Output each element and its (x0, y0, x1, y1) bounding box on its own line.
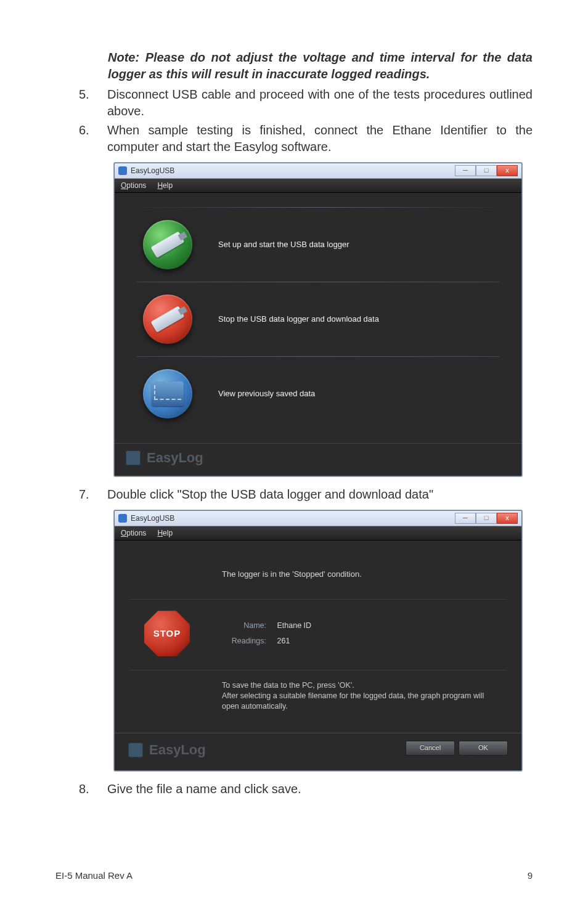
step-number: 6. (79, 122, 107, 155)
readings-label: Readings: (221, 636, 266, 646)
minimize-button[interactable]: ─ (455, 513, 476, 524)
step-7: 7. Double click "Stop the USB data logge… (79, 486, 533, 503)
instruction-list-3: 8. Give the file a name and click save. (79, 781, 533, 797)
step-8: 8. Give the file a name and click save. (79, 781, 533, 797)
main-content: Set up and start the USB data logger Sto… (115, 193, 521, 443)
titlebar: EasyLogUSB ─ □ x (115, 163, 521, 179)
step-text: When sample testing is finished, connect… (107, 122, 533, 155)
step-6: 6. When sample testing is finished, conn… (79, 122, 533, 155)
start-logger-icon (143, 220, 192, 269)
step-number: 8. (79, 781, 107, 797)
stop-sign: STOP (144, 611, 190, 656)
menubar: Options Help (115, 526, 521, 540)
close-button[interactable]: x (497, 165, 518, 176)
logo-icon (126, 450, 141, 465)
view-data-icon (143, 369, 192, 418)
logo-icon (128, 743, 143, 757)
instruction-list-2: 7. Double click "Stop the USB data logge… (79, 486, 533, 503)
menu-options[interactable]: Options (121, 181, 146, 190)
readings-value: 261 (277, 637, 290, 645)
name-label: Name: (221, 621, 266, 631)
screenshot-easylog-stop: EasyLogUSB ─ □ x Options Help The logger… (114, 510, 522, 771)
titlebar: EasyLogUSB ─ □ x (115, 511, 521, 526)
save-instructions: To save the data to the PC, press 'OK'. … (129, 671, 507, 733)
menu-help[interactable]: Help (157, 181, 173, 190)
step-text: Give the file a name and click save. (107, 781, 533, 797)
dialog-footer: EasyLog Cancel OK (115, 733, 521, 770)
page-footer: EI-5 Manual Rev A 9 (55, 870, 533, 882)
row-label: Set up and start the USB data logger (218, 239, 349, 250)
stop-logger-icon (143, 295, 192, 344)
app-icon (118, 514, 127, 523)
logo-text: EasyLog (147, 449, 203, 467)
logo-text: EasyLog (149, 741, 206, 759)
menubar: Options Help (115, 179, 521, 193)
note-text: Note: Please do not adjust the voltage a… (108, 49, 533, 83)
menu-options[interactable]: Options (121, 528, 146, 538)
instruction-list: 5. Disconnect USB cable and proceed with… (79, 86, 533, 155)
window-title: EasyLogUSB (131, 166, 174, 176)
close-button[interactable]: x (497, 513, 518, 524)
footer-logo: EasyLog (115, 443, 521, 476)
step-number: 5. (79, 86, 107, 120)
app-icon (118, 166, 127, 175)
step-text: Disconnect USB cable and proceed with on… (107, 86, 533, 120)
step-number: 7. (79, 486, 107, 503)
row-setup-logger[interactable]: Set up and start the USB data logger (137, 208, 499, 282)
maximize-button[interactable]: □ (476, 513, 497, 524)
step-text: Double click "Stop the USB data logger a… (107, 486, 533, 503)
instr-line-2: After selecting a suitable filename for … (222, 691, 500, 712)
step-5: 5. Disconnect USB cable and proceed with… (79, 86, 533, 120)
window-title: EasyLogUSB (131, 513, 174, 523)
stop-icon: STOP (144, 611, 190, 656)
screenshot-easylog-main: EasyLogUSB ─ □ x Options Help Set up and… (114, 163, 522, 476)
page-number: 9 (528, 870, 533, 882)
info-row: STOP Name: Ethane ID Readings: 261 (129, 600, 507, 671)
main-content: The logger is in the 'Stopped' condition… (115, 540, 521, 733)
logger-info: Name: Ethane ID Readings: 261 (221, 616, 311, 651)
row-label: Stop the USB data logger and download da… (218, 314, 379, 325)
menu-help[interactable]: Help (157, 528, 173, 538)
row-stop-download[interactable]: Stop the USB data logger and download da… (137, 282, 499, 356)
status-message: The logger is in the 'Stopped' condition… (129, 554, 507, 600)
row-label: View previously saved data (218, 388, 315, 399)
minimize-button[interactable]: ─ (455, 165, 476, 176)
row-view-saved[interactable]: View previously saved data (137, 356, 499, 431)
instr-line-1: To save the data to the PC, press 'OK'. (222, 680, 500, 691)
name-value: Ethane ID (277, 621, 311, 630)
footer-logo: EasyLog (128, 741, 206, 759)
ok-button[interactable]: OK (459, 741, 508, 756)
maximize-button[interactable]: □ (476, 165, 497, 176)
footer-manual-ref: EI-5 Manual Rev A (55, 870, 133, 882)
cancel-button[interactable]: Cancel (406, 741, 455, 756)
